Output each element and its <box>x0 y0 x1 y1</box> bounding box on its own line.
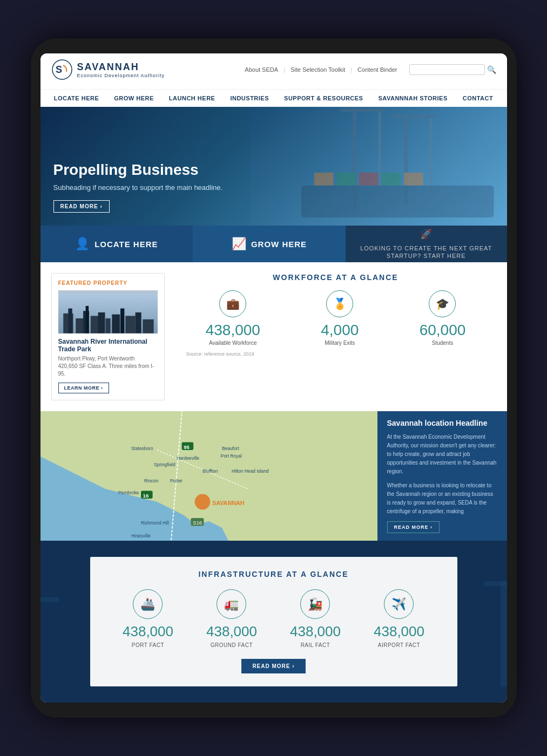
header-top: S SAVANNAH Economic Development Authorit… <box>51 59 496 80</box>
hero-subtitle: Subheading if necessary to support the m… <box>53 183 223 193</box>
main-content: FEATURED PROPERTY <box>40 262 507 411</box>
device-frame: S SAVANNAH Economic Development Authorit… <box>31 38 517 718</box>
location-read-more-button[interactable]: READ MORE › <box>387 521 440 533</box>
nav-contact[interactable]: CONTACT <box>455 90 501 107</box>
military-icon: 🏅 <box>326 290 353 317</box>
workforce-icon: 💼 <box>219 290 246 317</box>
nav-support[interactable]: SUPPORT & RESOURCES <box>276 90 370 107</box>
location-paragraph-2: Whether a business is looking to relocat… <box>387 481 497 516</box>
stat-workforce: 💼 438,000 Available Workforce <box>206 290 260 346</box>
header-links: About SEDA | Site Selection Toolkit | Co… <box>245 64 496 75</box>
workforce-section: WORKFORCE AT A GLANCE 💼 438,000 Availabl… <box>175 273 496 400</box>
svg-text:Hilton Head Island: Hilton Head Island <box>232 468 269 474</box>
grow-label: GROW HERE <box>251 240 307 249</box>
map-section: SAVANNAH Statesboro Springfield Rincon P… <box>40 411 507 541</box>
logo-icon: S <box>51 59 73 80</box>
svg-text:Hardeeville: Hardeeville <box>177 455 199 461</box>
workforce-title: WORKFORCE AT A GLANCE <box>175 273 496 282</box>
map-area: SAVANNAH Statesboro Springfield Rincon P… <box>40 411 377 541</box>
property-address: Northport Pkwy, Port Wentworth 420,650 S… <box>58 355 158 378</box>
svg-rect-12 <box>359 173 379 186</box>
infrastructure-read-more: READ MORE › <box>106 659 441 673</box>
ground-number: 438,000 <box>206 623 257 640</box>
nav-industries[interactable]: INDUSTRIES <box>222 90 276 107</box>
cta-row: 👤 LOCATE HERE 📈 GROW HERE 🚀 Looking to c… <box>40 226 507 262</box>
svg-text:SAVANNAH: SAVANNAH <box>212 500 245 506</box>
about-link[interactable]: About SEDA <box>245 66 278 73</box>
workforce-stats-row: 💼 438,000 Available Workforce 🏅 4,000 Mi… <box>175 290 496 346</box>
svg-text:95: 95 <box>184 444 190 450</box>
site-selection-link[interactable]: Site Selection Toolkit <box>291 66 345 73</box>
map-svg: SAVANNAH Statesboro Springfield Rincon P… <box>40 411 377 541</box>
infrastructure-section: INFRASTRUCTURE AT A GLANCE 🚢 438,000 POR… <box>40 541 507 703</box>
stat-students: 🎓 60,000 Students <box>420 290 466 346</box>
featured-label: FEATURED PROPERTY <box>58 280 158 286</box>
launch-here-cta[interactable]: 🚀 Looking to create the next great start… <box>346 226 507 262</box>
svg-rect-60 <box>484 581 507 586</box>
workforce-label: Available Workforce <box>209 340 257 346</box>
svg-rect-24 <box>105 318 110 333</box>
svg-text:Rincon: Rincon <box>144 478 158 483</box>
location-info-panel: Savannah location Headline At the Savann… <box>377 411 507 541</box>
svg-text:S16: S16 <box>193 520 202 526</box>
svg-text:16: 16 <box>143 493 148 499</box>
search-input[interactable] <box>409 64 485 75</box>
svg-point-33 <box>194 494 210 510</box>
infrastructure-title: INFRASTRUCTURE AT A GLANCE <box>106 570 441 578</box>
infrastructure-read-more-button[interactable]: READ MORE › <box>241 659 305 673</box>
stat-military: 🏅 4,000 Military Exits <box>321 290 359 346</box>
svg-rect-58 <box>40 597 59 602</box>
svg-rect-14 <box>404 173 423 186</box>
svg-text:Richmond Hill: Richmond Hill <box>141 520 169 526</box>
rail-icon: 🚂 <box>300 589 330 619</box>
ground-label: GROUND FACT <box>211 642 253 648</box>
svg-rect-27 <box>125 316 135 333</box>
svg-rect-28 <box>135 312 141 333</box>
svg-rect-8 <box>430 118 433 195</box>
nav-grow-here[interactable]: GROW HERE <box>106 90 161 107</box>
svg-rect-23 <box>98 312 105 333</box>
logo-text: SAVANNAH Economic Development Authority <box>77 62 165 78</box>
main-nav: LOCATE HERE GROW HERE LAUNCH HERE INDUST… <box>40 89 507 107</box>
military-label: Military Exits <box>325 340 355 346</box>
svg-text:S: S <box>56 64 62 75</box>
port-stat: 🚢 438,000 PORT FACT <box>123 589 173 648</box>
hero-content: Propelling Business Subheading if necess… <box>53 162 223 213</box>
svg-rect-7 <box>391 115 436 118</box>
location-paragraph-1: At the Savannah Economic Development Aut… <box>387 433 497 476</box>
crane-svg <box>250 107 507 226</box>
svg-rect-9 <box>301 186 494 217</box>
port-number: 438,000 <box>123 623 173 640</box>
nav-stories[interactable]: SAVANNNAH STORIES <box>370 90 455 107</box>
logo-area[interactable]: S SAVANNAH Economic Development Authorit… <box>51 59 165 80</box>
device-screen: S SAVANNAH Economic Development Authorit… <box>40 53 507 703</box>
svg-rect-59 <box>501 581 507 686</box>
infrastructure-card: INFRASTRUCTURE AT A GLANCE 🚢 438,000 POR… <box>90 557 457 686</box>
rail-label: RAIL FACT <box>301 642 330 648</box>
hero-title: Propelling Business <box>53 162 223 179</box>
nav-launch-here[interactable]: LAUNCH HERE <box>161 90 223 107</box>
logo-subtitle: Economic Development Authority <box>77 73 165 78</box>
locate-icon: 👤 <box>75 237 90 251</box>
svg-text:Statesboro: Statesboro <box>131 446 153 451</box>
students-label: Students <box>432 340 453 346</box>
search-icon[interactable]: 🔍 <box>487 65 496 74</box>
svg-rect-4 <box>340 108 385 112</box>
content-binder-link[interactable]: Content Binder <box>357 66 397 73</box>
svg-text:Springfield: Springfield <box>154 462 175 467</box>
hero-background-image <box>250 107 507 226</box>
property-name: Savannah River International Trade Park <box>58 338 158 353</box>
search-area: 🔍 <box>409 64 496 75</box>
locate-label: LOCATE HERE <box>94 240 158 249</box>
svg-rect-21 <box>85 306 89 333</box>
port-icon: 🚢 <box>133 589 163 619</box>
locate-here-cta[interactable]: 👤 LOCATE HERE <box>40 226 193 262</box>
workforce-source: Source: reference source, 2019 <box>175 351 496 357</box>
nav-locate-here[interactable]: LOCATE HERE <box>46 90 107 107</box>
military-number: 4,000 <box>321 323 359 338</box>
ground-icon: 🚛 <box>217 589 246 619</box>
svg-rect-5 <box>379 112 381 195</box>
property-learn-more-button[interactable]: LEARN MORE › <box>58 383 109 393</box>
grow-here-cta[interactable]: 📈 GROW HERE <box>193 226 346 262</box>
hero-read-more-button[interactable]: READ MORE › <box>53 200 110 213</box>
